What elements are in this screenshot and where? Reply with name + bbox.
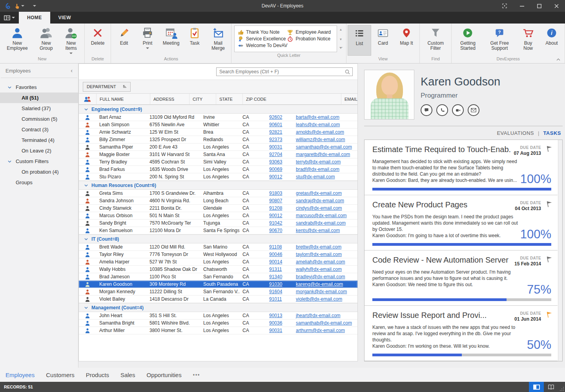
mail-merge-button[interactable]: Mail Merge [206,25,230,56]
group-header-row[interactable]: Human Resources (Count=6) [79,181,357,190]
sidebar-filter-item[interactable]: All (51) [0,93,78,103]
column-header[interactable]: EMAIL [341,94,357,104]
sidebar-filter-item[interactable]: On Leave (2) [0,145,78,156]
sidebar-section-header[interactable]: Groups [0,177,78,188]
zip-code-link[interactable]: 91311 [269,267,282,272]
zip-code-link[interactable]: 90014 [269,259,282,265]
get-free-support-button[interactable]: ? Get Free Support [483,25,516,56]
module-nav-item[interactable]: Customers [46,372,75,378]
table-row[interactable]: Sandy Bright 7570 McGroarty Ter Tujunga … [79,220,357,227]
email-link[interactable]: sandraj@dx-email.com [296,198,344,203]
sidebar-collapse-icon[interactable]: ‹ [71,67,73,74]
more-modules-icon[interactable]: ••• [193,372,200,377]
group-by-department-pill[interactable]: DEPARTMENT [83,82,131,92]
message-button[interactable] [421,104,432,116]
quick-letter-item[interactable]: Employee Award [287,29,334,35]
zip-code-link[interactable]: 91604 [269,289,282,294]
email-link[interactable]: samanthap@dx-email.com [296,144,352,150]
table-row[interactable]: Morgan Kennedy 11222 Dilling St San Fern… [79,288,357,296]
ribbon-tab[interactable]: VIEW [50,12,79,24]
email-link[interactable]: barta@dx-email.com [296,114,339,120]
table-row[interactable]: Billy Zimmer 1325 Prospect Dr Redlands C… [79,136,357,143]
video-call-button[interactable] [452,104,464,116]
email-link[interactable]: stu@dx-email.com [296,174,335,180]
module-nav-item[interactable]: Opportunities [146,372,181,378]
table-row[interactable]: Bart Arnaz 13109 Old Myford Rd Irvine CA… [79,114,357,121]
column-header[interactable]: ADDRESS [150,94,189,104]
table-row[interactable]: Arthur Miller 3800 Homer St. Los Angeles… [79,327,357,334]
gallery-expand-icon[interactable]: ▼ [339,47,343,49]
edit-button[interactable]: Edit [112,25,136,56]
fullscreen-button[interactable] [496,0,513,12]
table-row[interactable]: Wally Hobbs 10385 Shadow Oak Dr Chatswor… [79,266,357,273]
sidebar-section-header[interactable]: Favorites [0,82,78,93]
zip-code-link[interactable]: 92602 [269,114,282,120]
print-button[interactable]: Print [136,25,159,56]
zip-code-link[interactable]: 90036 [269,320,282,326]
zip-code-link[interactable]: 90012 [269,213,282,218]
reading-view-button[interactable] [544,382,558,392]
zip-code-link[interactable]: 90601 [269,122,282,127]
search-icon[interactable] [345,69,350,74]
about-button[interactable]: i About [540,25,563,56]
email-link[interactable]: kareng@dx-email.com [296,281,343,287]
tab-tasks[interactable]: TASKS [543,130,561,136]
email-link[interactable]: sandrab@dx-email.com [296,220,346,226]
new-items-button[interactable]: New Items [59,25,83,56]
module-nav-item[interactable]: Products [86,372,109,378]
group-header-row[interactable]: IT (Count=8) [79,234,357,243]
meeting-button[interactable]: Meeting [159,25,183,56]
zip-code-link[interactable]: 90013 [269,313,282,318]
table-row[interactable]: John Heart 351 S Hill St. Los Angeles CA… [79,312,357,319]
list-view-button[interactable]: List [348,25,371,56]
zip-code-link[interactable]: 90670 [269,228,282,233]
email-link[interactable]: leahs@dx-email.com [296,122,340,127]
zip-code-link[interactable]: 91030 [269,281,282,287]
email-link[interactable]: brettw@dx-email.com [296,244,341,250]
delete-button[interactable]: Delete [86,25,109,56]
table-row[interactable]: Taylor Riley 7776 Torreyson Dr West Holl… [79,251,357,258]
flag-icon[interactable] [546,256,553,263]
email-link[interactable]: violetb@dx-email.com [296,296,342,302]
zip-code-link[interactable]: 91011 [269,296,282,302]
table-row[interactable]: Karen Goodson 309 Monterey Rd South Pasa… [79,281,357,288]
flag-icon[interactable] [546,145,553,152]
email-link[interactable]: bradleyj@dx-email.com [296,274,345,279]
table-row[interactable]: Greta Sims 1700 S Grandview Dr. Alhambra… [79,190,357,197]
sidebar-filter-item[interactable]: Terminated (4) [0,135,78,145]
sidebar-filter-item[interactable]: Contract (3) [0,124,78,135]
buy-now-button[interactable]: Buy Now [516,25,540,56]
column-header[interactable]: FULL NAME [96,94,150,104]
email-link[interactable]: bradf@dx-email.com [296,167,339,172]
group-header-row[interactable]: Management (Count=4) [79,303,357,312]
qat-customize-dropdown-icon[interactable] [33,5,36,7]
table-row[interactable]: Sandra Johnson 4600 N Virginia Rd. Long … [79,197,357,205]
zip-code-link[interactable]: 90069 [269,167,282,172]
tasks-scrollbar[interactable] [558,140,562,361]
gallery-scroll-up-icon[interactable]: ▲ [339,28,343,31]
email-link[interactable]: wallyh@dx-email.com [296,267,342,272]
email-link[interactable]: terryb@dx-email.com [296,159,341,165]
ribbon-tab[interactable]: HOME [19,12,50,24]
getting-started-button[interactable]: Getting Started [453,25,483,56]
table-row[interactable]: Leah Simpson 6755 Newlin Ave Whittier CA… [79,121,357,129]
zip-code-link[interactable]: 90031 [269,328,282,333]
table-row[interactable]: Maggie Boxter 3101 W Harvard St Santa An… [79,151,357,158]
task-card[interactable]: Estimate Time Required to Touch-Enab... … [365,140,558,195]
close-button[interactable] [548,0,565,12]
maximize-button[interactable] [530,0,548,12]
sidebar-filter-item[interactable]: On probation (4) [0,167,78,177]
task-card[interactable]: Create New Product Pages DUE DATE 04 Oct… [365,195,558,250]
email-link[interactable]: morgank@dx-email.com [296,289,347,294]
new-employee-button[interactable]: New Employee [1,25,33,56]
search-input[interactable] [217,69,345,74]
task-card[interactable]: Code Review - New Automation Server DUE … [365,250,558,306]
email-link[interactable]: samanthab@dx-email.com [296,320,352,326]
zip-code-link[interactable]: 92704 [269,152,282,157]
new-group-button[interactable]: New Group [33,25,59,56]
table-row[interactable]: Amelia Harper 527 W 7th St Los Angeles C… [79,258,357,266]
zip-code-link[interactable]: 93063 [269,159,282,165]
zip-code-link[interactable]: 90046 [269,252,282,257]
zip-code-link[interactable]: 91803 [269,191,282,196]
email-link[interactable]: jheart@dx-email.com [296,313,341,318]
